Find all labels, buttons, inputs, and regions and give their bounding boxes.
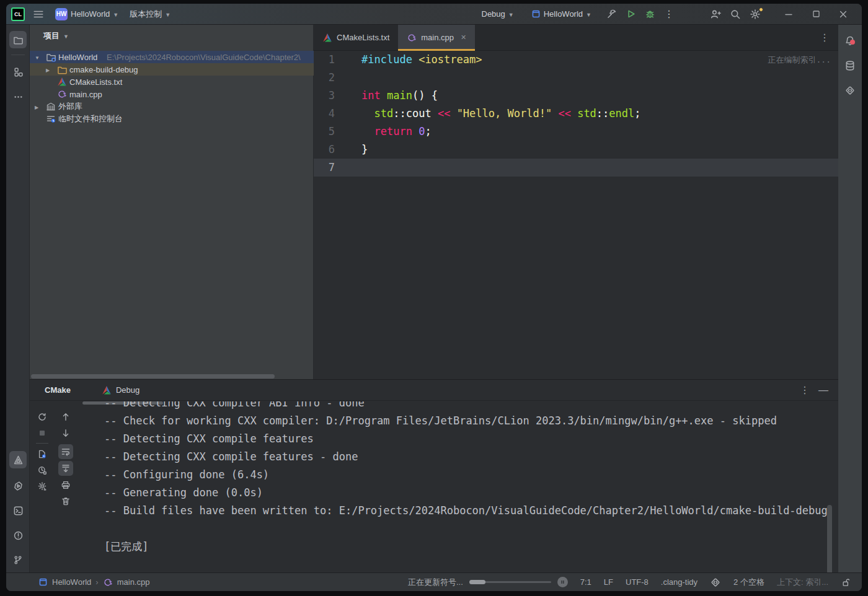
terminal-icon bbox=[13, 506, 24, 516]
unlock-icon[interactable] bbox=[841, 577, 851, 587]
caret-position-widget[interactable]: 7:1 bbox=[580, 577, 591, 587]
cmake-debug-tab-label: Debug bbox=[116, 385, 140, 395]
stop-icon bbox=[37, 428, 47, 438]
code-line-7[interactable]: 7 bbox=[314, 159, 838, 177]
clang-tidy-widget[interactable]: .clang-tidy bbox=[661, 577, 698, 587]
code-text: return 0; bbox=[361, 123, 432, 141]
settings-notification-dot bbox=[759, 7, 763, 12]
editor-area: CMakeLists.txtmain.cpp✕⋮ 正在编制索引... 1#inc… bbox=[314, 25, 838, 379]
project-panel-header[interactable]: 项目 ▼ bbox=[30, 25, 313, 47]
close-button[interactable] bbox=[831, 5, 856, 24]
console-line: -- Configuring done (6.4s) bbox=[79, 466, 833, 484]
desktop-background: CL HW HelloWorld ▼ 版本控制 ▼ Debug ▼ bbox=[0, 0, 868, 596]
project-widget[interactable]: HW HelloWorld ▼ bbox=[52, 6, 122, 22]
project-widget-label: HelloWorld bbox=[71, 9, 110, 19]
git-branch-icon bbox=[13, 555, 23, 565]
maximize-button[interactable] bbox=[804, 5, 828, 24]
code-editor[interactable]: 正在编制索引... 1#include <iostream>23int main… bbox=[314, 51, 838, 379]
line-number: 4 bbox=[314, 105, 335, 123]
code-blocks-button[interactable] bbox=[843, 83, 857, 98]
code-line-3[interactable]: 3int main() { bbox=[314, 87, 838, 105]
chevron-down-icon: ▼ bbox=[165, 12, 170, 18]
tool-git-button[interactable] bbox=[9, 551, 27, 569]
build-button[interactable] bbox=[603, 6, 620, 22]
code-diamond-icon[interactable] bbox=[710, 577, 721, 588]
run-config-selector[interactable]: HelloWorld ▼ bbox=[528, 6, 595, 22]
cmake-icon bbox=[322, 33, 332, 43]
tool-terminal-button[interactable] bbox=[9, 502, 27, 519]
cmake-history-button[interactable] bbox=[35, 463, 50, 478]
line-number: 5 bbox=[314, 123, 335, 141]
cmake-debug-tab[interactable]: Debug bbox=[102, 385, 140, 395]
project-panel-title: 项目 bbox=[43, 30, 60, 42]
tool-problems-button[interactable] bbox=[9, 527, 27, 544]
clear-all-button[interactable] bbox=[58, 494, 73, 509]
debug-button[interactable] bbox=[642, 6, 658, 22]
code-line-2[interactable]: 2 bbox=[314, 69, 838, 87]
code-line-5[interactable]: 5 return 0; bbox=[314, 123, 838, 141]
indent-widget[interactable]: 2 个空格 bbox=[733, 577, 764, 588]
editor-tab-main.cpp[interactable]: main.cpp✕ bbox=[398, 25, 475, 50]
hammer-icon bbox=[606, 9, 617, 19]
tree-item-cmake-build-debug[interactable]: ▶cmake-build-debug bbox=[30, 63, 314, 76]
run-config-type-selector[interactable]: Debug ▼ bbox=[479, 6, 517, 22]
breadcrumb-project[interactable]: HelloWorld bbox=[52, 577, 91, 587]
main-menu-button[interactable] bbox=[30, 6, 47, 22]
more-tool-windows-button[interactable] bbox=[9, 88, 27, 105]
console-vertical-scrollbar[interactable] bbox=[827, 505, 832, 576]
tab-options-button[interactable]: ⋮ bbox=[820, 25, 838, 50]
editor-tab-bar: CMakeLists.txtmain.cpp✕⋮ bbox=[314, 25, 838, 51]
database-icon bbox=[844, 60, 856, 71]
cmake-reload-button[interactable] bbox=[35, 410, 50, 424]
tool-cmake-button[interactable] bbox=[9, 451, 27, 468]
encoding-widget[interactable]: UTF-8 bbox=[626, 577, 649, 587]
code-line-4[interactable]: 4 std::cout << "Hello, World!" << std::e… bbox=[314, 105, 838, 123]
code-line-6[interactable]: 6} bbox=[314, 141, 838, 159]
soft-wrap-toggle[interactable] bbox=[58, 444, 73, 459]
cmake-gear-menu-button[interactable] bbox=[35, 479, 50, 494]
file-gear-icon bbox=[37, 449, 47, 459]
scratch-icon bbox=[46, 113, 56, 125]
tree-item-CMakeLists.txt[interactable]: CMakeLists.txt bbox=[30, 76, 314, 88]
hamburger-icon bbox=[33, 9, 44, 20]
pause-icon bbox=[560, 579, 565, 585]
tool-project-button[interactable] bbox=[9, 31, 27, 48]
cmake-settings-file-button[interactable] bbox=[35, 447, 50, 462]
cmake-console-output[interactable]: -- Detecting CXX compiler ABI info - don… bbox=[79, 401, 833, 569]
close-tab-icon[interactable]: ✕ bbox=[461, 33, 466, 42]
editor-tab-CMakeLists.txt[interactable]: CMakeLists.txt bbox=[314, 25, 398, 50]
vcs-widget[interactable]: 版本控制 ▼ bbox=[126, 6, 174, 22]
run-button[interactable] bbox=[622, 6, 639, 22]
database-button[interactable] bbox=[843, 58, 857, 73]
chevron-right-icon[interactable]: ▶ bbox=[46, 64, 50, 76]
scroll-to-end-toggle[interactable] bbox=[58, 461, 73, 476]
tree-item-main.cpp[interactable]: main.cpp bbox=[30, 88, 314, 100]
pause-task-button[interactable] bbox=[557, 577, 568, 587]
chevron-right-icon[interactable]: ▶ bbox=[35, 101, 38, 113]
add-user-icon bbox=[710, 9, 721, 20]
code-with-me-button[interactable] bbox=[707, 6, 724, 22]
tool-run-button[interactable] bbox=[9, 477, 27, 494]
tree-item-label: cmake-build-debug bbox=[69, 63, 138, 76]
line-ending-widget[interactable]: LF bbox=[604, 577, 613, 587]
code-line-1[interactable]: 1#include <iostream> bbox=[314, 51, 838, 69]
console-line bbox=[79, 520, 833, 538]
more-actions-button[interactable]: ⋮ bbox=[661, 6, 677, 22]
settings-button[interactable] bbox=[746, 6, 764, 22]
tool-structure-button[interactable] bbox=[9, 63, 27, 81]
print-button[interactable] bbox=[58, 478, 73, 493]
search-everywhere-button[interactable] bbox=[727, 6, 744, 22]
tree-item-HelloWorld[interactable]: ▼HelloWorldE:\Projects\2024Robocon\Visua… bbox=[30, 51, 314, 63]
bug-icon bbox=[645, 9, 655, 19]
minimize-button[interactable] bbox=[776, 5, 801, 24]
notifications-button[interactable] bbox=[843, 33, 857, 48]
tree-item-临时文件和控制台[interactable]: 临时文件和控制台 bbox=[30, 113, 314, 125]
chevron-down-icon[interactable]: ▼ bbox=[35, 51, 40, 64]
breadcrumb-file[interactable]: main.cpp bbox=[117, 577, 150, 587]
cmake-panel-hide-button[interactable]: — bbox=[818, 385, 828, 396]
cmake-panel-options-button[interactable]: ⋮ bbox=[800, 384, 810, 396]
clion-logo: CL bbox=[11, 7, 25, 21]
project-horizontal-scrollbar[interactable] bbox=[31, 374, 275, 379]
run-config-label: HelloWorld bbox=[544, 9, 583, 19]
tree-item-外部库[interactable]: ▶外部库 bbox=[30, 100, 314, 113]
